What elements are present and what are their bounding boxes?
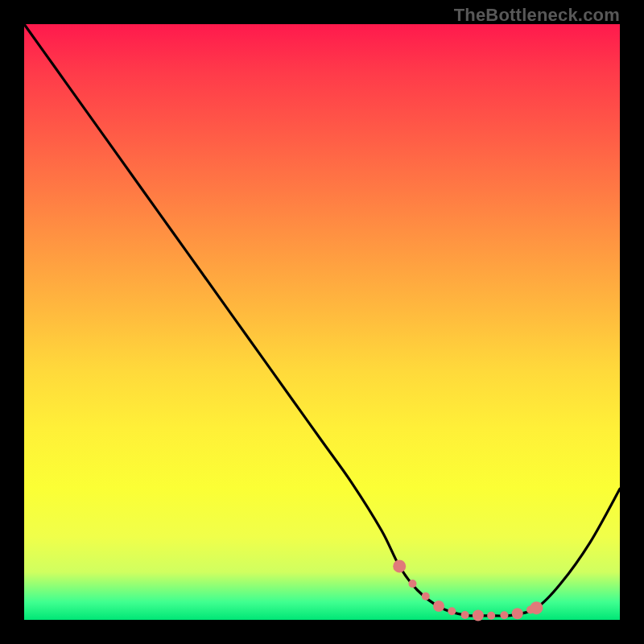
plot-area xyxy=(24,24,620,620)
bottleneck-curve-path xyxy=(24,24,620,616)
optimal-marker-dot xyxy=(512,608,523,619)
curve-layer xyxy=(24,24,620,620)
optimal-marker-dot xyxy=(461,611,469,619)
optimal-marker-dot xyxy=(487,612,495,620)
chart-frame: TheBottleneck.com xyxy=(0,0,644,644)
optimal-marker-dot xyxy=(422,592,430,601)
optimal-marker-endcap xyxy=(530,601,543,614)
watermark-text: TheBottleneck.com xyxy=(454,5,620,26)
optimal-marker-dot xyxy=(433,601,444,612)
optimal-marker-endcap xyxy=(393,559,406,572)
optimal-markers xyxy=(393,559,543,621)
optimal-marker-dot xyxy=(473,609,484,621)
optimal-marker-dot xyxy=(448,607,456,615)
optimal-marker-dot xyxy=(500,611,508,619)
optimal-marker-dot xyxy=(408,580,416,588)
